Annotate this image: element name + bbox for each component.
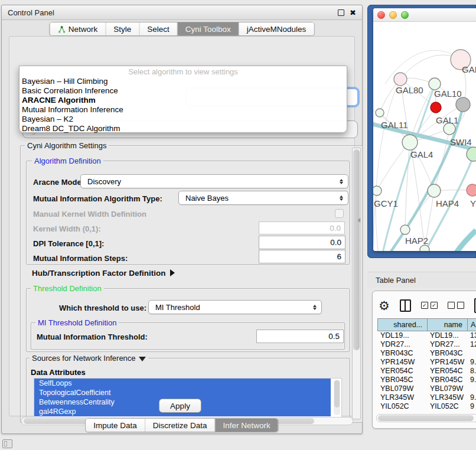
aracne-mode-label: Aracne Mode: — [33, 178, 84, 187]
network-node[interactable] — [456, 97, 470, 112]
network-edge[interactable] — [452, 230, 476, 251]
select-all-checkboxes-icon[interactable]: ✓✓ — [421, 302, 438, 309]
table-panel-titlebar: Table Panel — [367, 272, 476, 288]
network-node[interactable] — [420, 245, 429, 251]
column-header[interactable]: shared... — [378, 319, 428, 331]
manual-kernel-checkbox[interactable] — [335, 209, 344, 218]
table-cell: YBR043C — [377, 349, 427, 358]
table-row[interactable]: YBR045CYBR045C9. — [377, 376, 476, 384]
attribute-list-item[interactable]: SelfLoops — [34, 379, 331, 388]
data-attributes-label: Data Attributes — [31, 368, 86, 377]
network-node[interactable] — [376, 109, 384, 117]
table-row[interactable]: YLR345WYLR345W9. — [377, 393, 476, 402]
dpi-tolerance-field[interactable]: 0.0 — [259, 236, 345, 249]
close-window-icon[interactable] — [377, 11, 385, 19]
algorithm-option[interactable]: Basic Correlation Inference — [19, 86, 347, 96]
network-node[interactable] — [402, 135, 418, 150]
algorithm-option[interactable]: Mutual Information Inference — [19, 105, 347, 115]
dpi-tolerance-label: DPI Tolerance [0,1]: — [33, 239, 104, 248]
table-cell: YDL19... — [427, 331, 467, 340]
apply-button[interactable]: Apply — [159, 399, 201, 413]
table-cell: 9. — [467, 358, 476, 367]
algorithm-option[interactable]: Dream8 DC_TDC Algorithm — [19, 124, 347, 133]
collapsed-panel-icon[interactable] — [2, 439, 12, 448]
column-header[interactable]: A — [468, 319, 476, 331]
table-cell: 9. — [467, 376, 476, 384]
gear-icon[interactable]: ⚙ — [379, 299, 390, 312]
table-cell — [467, 349, 476, 358]
table-horizontal-scrollbar[interactable] — [376, 414, 476, 422]
network-node[interactable] — [428, 184, 441, 197]
kernel-width-field[interactable]: 0.0 — [259, 221, 345, 234]
hub-definition-toggle[interactable]: Hub/Transcription Factor Definition — [32, 269, 175, 278]
table-row[interactable]: YBR043CYBR043C — [377, 349, 476, 358]
algorithm-option[interactable]: ARACNE Algorithm — [19, 96, 347, 105]
attribute-list-item[interactable]: TopologicalCoefficient — [34, 388, 331, 397]
deselect-all-checkboxes-icon[interactable] — [448, 302, 464, 309]
close-panel-icon[interactable]: ✖ — [350, 9, 356, 17]
columns-icon[interactable] — [400, 299, 411, 312]
algorithm-definition-title: Algorithm Definition — [32, 156, 103, 165]
table-row[interactable]: YDL19...YDL19...13 — [377, 331, 476, 340]
network-node[interactable] — [467, 184, 476, 196]
network-node[interactable] — [400, 225, 410, 234]
node-label: GCY1 — [374, 198, 398, 208]
tab-impute-data[interactable]: Impute Data — [86, 419, 145, 432]
table-cell: YIL052C — [427, 402, 467, 411]
network-canvas[interactable]: GALGAL80GAL10GAL11GAL1SWI4GAL4GCY1HAP4YH… — [373, 22, 476, 251]
network-window: GALGAL80GAL10GAL11GAL1SWI4GAL4GCY1HAP4YH… — [373, 8, 476, 251]
network-graph: GALGAL80GAL10GAL11GAL1SWI4GAL4GCY1HAP4YH… — [373, 22, 476, 251]
tab-cyni-toolbox[interactable]: Cyni Toolbox — [178, 22, 239, 35]
mi-steps-label: Mutual Information Steps: — [33, 254, 128, 263]
which-threshold-combobox[interactable]: MI Threshold — [148, 300, 322, 314]
network-node[interactable] — [431, 102, 441, 113]
aracne-mode-combobox[interactable]: Discovery — [80, 174, 348, 188]
table-row[interactable]: YBL079WYBL079W — [377, 384, 476, 393]
column-header[interactable]: name — [428, 319, 468, 331]
panel-splitter-arrow[interactable] — [357, 218, 360, 223]
node-table: shared...nameA YDL19...YDL19...13YDR27..… — [377, 318, 476, 412]
float-window-icon[interactable] — [338, 9, 344, 16]
node-label: Y — [470, 198, 476, 208]
table-cell: YBL079W — [377, 384, 427, 393]
network-node[interactable] — [394, 73, 407, 86]
table-panel: ⚙ ✓✓ shared...nameA YDL19...YDL19...13YD… — [372, 291, 476, 429]
tab-discretize-data[interactable]: Discretize Data — [145, 419, 216, 432]
mi-steps-field[interactable]: 6 — [259, 250, 345, 263]
node-label: GAL4 — [410, 149, 433, 159]
network-icon — [58, 25, 66, 33]
network-node[interactable] — [373, 186, 382, 195]
network-edge[interactable] — [377, 142, 410, 191]
table-row[interactable]: YDR27...YDR27...12 — [377, 340, 476, 349]
table-cell: YER054C — [427, 367, 467, 376]
network-edge[interactable] — [376, 79, 400, 251]
tab-style[interactable]: Style — [106, 22, 139, 35]
table-header-row: shared...nameA — [377, 318, 476, 331]
collapse-down-icon — [139, 357, 146, 361]
minimize-window-icon[interactable] — [389, 11, 397, 19]
tab-network[interactable]: Network — [50, 22, 106, 35]
sources-group-toggle[interactable]: Sources for Network Inference — [30, 354, 148, 363]
settings-vertical-scrollbar[interactable] — [352, 148, 361, 419]
network-node[interactable] — [429, 78, 441, 90]
application-window: Control Panel ✖ NetworkStyleSelectCyni T… — [0, 0, 476, 450]
table-cell: YLR345W — [377, 393, 427, 402]
tab-label: jActiveMNodules — [247, 25, 307, 34]
kernel-width-label: Kernel Width (0,1): — [33, 224, 101, 233]
algorithm-option[interactable]: Bayesian – Hill Climbing — [19, 77, 347, 86]
table-row[interactable]: YIL052CYIL052C9 — [377, 402, 476, 411]
mi-threshold-definition-title: MI Threshold Definition — [35, 318, 119, 327]
table-row[interactable]: YPR145WYPR145W9. — [377, 358, 476, 367]
table-row[interactable]: YER054CYER054C8. — [377, 367, 476, 376]
mi-threshold-value: 0.5 — [328, 332, 343, 341]
tab-jactivemnodules[interactable]: jActiveMNodules — [239, 22, 314, 35]
mi-threshold-field[interactable]: 0.5 — [256, 330, 344, 343]
network-edge[interactable] — [405, 142, 410, 230]
algorithm-option[interactable]: Bayesian – K2 — [19, 115, 347, 124]
attributes-list-scrollbar[interactable] — [334, 380, 340, 415]
tab-infer-network[interactable]: Infer Network — [215, 419, 278, 432]
bottom-tab-bar: Impute DataDiscretize DataInfer Network — [85, 418, 278, 432]
tab-select[interactable]: Select — [139, 22, 178, 35]
zoom-window-icon[interactable] — [401, 11, 409, 19]
mi-type-combobox[interactable]: Naive Bayes — [178, 191, 348, 205]
